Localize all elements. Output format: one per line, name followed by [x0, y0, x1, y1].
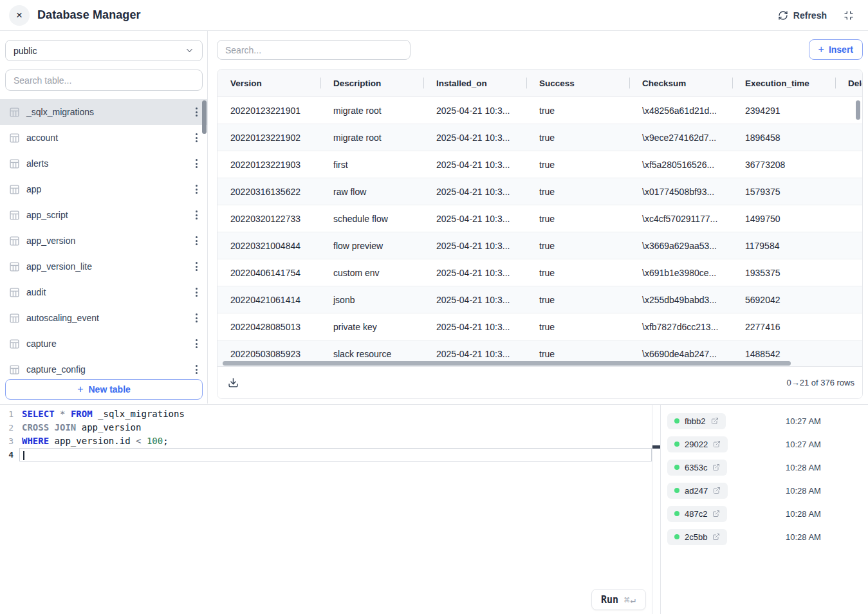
cell-checksum: \x9ece274162d7...	[629, 133, 732, 143]
cell-version: 20220428085013	[217, 322, 320, 332]
run-history-panel: fbbb2 10:27 AM 29022	[661, 405, 868, 614]
history-run-badge[interactable]: 2c5bb	[667, 529, 727, 545]
schema-select[interactable]: public	[5, 40, 203, 61]
cell-checksum: \x6690de4ab247...	[629, 349, 732, 359]
table-grid-icon	[9, 313, 20, 324]
run-id-label: 29022	[685, 440, 708, 449]
status-dot	[674, 418, 679, 423]
cell-checksum: \xc4cf570291177...	[629, 214, 732, 224]
sidebar-item-table[interactable]: app	[0, 176, 208, 202]
sidebar-item-table[interactable]: app_version_lite	[0, 254, 208, 279]
editor-scrollbar-track[interactable]	[652, 405, 661, 614]
kebab-menu-icon[interactable]	[192, 362, 201, 377]
sidebar-item-table[interactable]: capture	[0, 331, 208, 357]
text-cursor	[23, 451, 24, 460]
table-name-label: app	[26, 184, 41, 194]
external-link-icon[interactable]	[713, 440, 721, 448]
run-id-label: 487c2	[685, 509, 707, 519]
line-number: 3	[0, 434, 19, 448]
table-name-label: _sqlx_migrations	[26, 107, 94, 117]
external-link-icon[interactable]	[713, 487, 721, 494]
external-link-icon[interactable]	[712, 533, 720, 541]
column-header[interactable]: Success	[526, 79, 629, 88]
new-table-label: New table	[88, 384, 130, 395]
kebab-menu-icon[interactable]	[192, 105, 201, 119]
column-header[interactable]: Dele	[835, 79, 863, 88]
cell-description: slack resource	[320, 349, 423, 359]
table-row[interactable]: 20220123221901 migrate root 2025-04-21 1…	[217, 97, 862, 124]
cell-installed-on: 2025-04-21 10:3...	[423, 322, 526, 332]
cell-installed-on: 2025-04-21 10:3...	[423, 133, 526, 143]
table-row[interactable]: 20220321004844 flow preview 2025-04-21 1…	[217, 232, 862, 259]
close-button[interactable]: ×	[9, 5, 30, 26]
sql-editor[interactable]: 1SELECT * FROM _sqlx_migrations2CROSS JO…	[0, 405, 652, 614]
sidebar-item-table[interactable]: alerts	[0, 151, 208, 176]
new-table-button[interactable]: + New table	[5, 379, 203, 400]
search-table-input[interactable]	[5, 70, 203, 91]
column-header[interactable]: Execution_time	[732, 79, 835, 88]
table-row[interactable]: 20220320122733 schedule flow 2025-04-21 …	[217, 205, 862, 232]
insert-button[interactable]: + Insert	[809, 39, 863, 60]
sidebar-item-table[interactable]: autoscaling_event	[0, 305, 208, 331]
collapse-icon[interactable]	[844, 10, 854, 21]
sidebar-item-table[interactable]: audit	[0, 279, 208, 305]
cell-installed-on: 2025-04-21 10:3...	[423, 295, 526, 305]
chevron-down-icon	[185, 46, 194, 55]
kebab-menu-icon[interactable]	[192, 285, 201, 299]
run-button[interactable]: Run ⌘↵	[591, 589, 646, 610]
table-row[interactable]: 20220428085013 private key 2025-04-21 10…	[217, 313, 862, 340]
close-icon: ×	[16, 9, 23, 22]
column-header[interactable]: Version	[217, 79, 320, 88]
cell-success: true	[526, 322, 629, 332]
search-input[interactable]	[217, 40, 411, 60]
table-name-label: account	[26, 133, 58, 143]
sidebar-item-table[interactable]: _sqlx_migrations	[0, 99, 208, 125]
sidebar-item-table[interactable]: account	[0, 125, 208, 151]
kebab-menu-icon[interactable]	[192, 156, 201, 171]
sidebar-item-table[interactable]: app_version	[0, 228, 208, 254]
table-row[interactable]: 20220316135622 raw flow 2025-04-21 10:3.…	[217, 178, 862, 205]
table-horizontal-scrollbar[interactable]	[223, 361, 791, 366]
history-run-badge[interactable]: 6353c	[667, 460, 727, 476]
refresh-button[interactable]: Refresh	[778, 10, 827, 21]
external-link-icon[interactable]	[711, 417, 719, 425]
page-title: Database Manager	[37, 8, 141, 22]
history-run-badge[interactable]: 487c2	[667, 506, 727, 522]
table-row[interactable]: 20220406141754 custom env 2025-04-21 10:…	[217, 259, 862, 286]
sidebar-item-table[interactable]: app_script	[0, 202, 208, 228]
external-link-icon[interactable]	[712, 463, 720, 471]
history-run-badge[interactable]: 29022	[667, 436, 728, 452]
column-header[interactable]: Description	[320, 79, 423, 88]
table-row[interactable]: 20220123221903 first 2025-04-21 10:3... …	[217, 151, 862, 178]
column-header[interactable]: Checksum	[629, 79, 732, 88]
table-row[interactable]: 20220421061414 jsonb 2025-04-21 10:3... …	[217, 286, 862, 313]
sidebar-scrollbar[interactable]	[202, 100, 207, 134]
kebab-menu-icon[interactable]	[192, 208, 201, 222]
sidebar: public _sqlx_migrations	[0, 31, 208, 404]
history-run-badge[interactable]: fbbb2	[667, 413, 726, 429]
kebab-menu-icon[interactable]	[192, 234, 201, 248]
table-grid-icon	[9, 184, 20, 195]
rows-count-info: 0→21 of 376 rows	[786, 378, 854, 387]
kebab-menu-icon[interactable]	[192, 131, 201, 145]
status-dot	[674, 465, 679, 470]
history-run-badge[interactable]: ad247	[667, 483, 728, 499]
table-list: _sqlx_migrations account	[0, 99, 208, 380]
kebab-menu-icon[interactable]	[192, 259, 201, 274]
table-vertical-scrollbar[interactable]	[856, 100, 860, 120]
table-name-label: app_version	[26, 236, 75, 246]
editor-line: 4	[0, 448, 652, 461]
code-text	[19, 448, 652, 461]
kebab-menu-icon[interactable]	[192, 311, 201, 325]
external-link-icon[interactable]	[712, 510, 720, 517]
table-grid-icon	[9, 287, 20, 298]
kebab-menu-icon[interactable]	[192, 337, 201, 351]
editor-scrollbar-thumb[interactable]	[652, 445, 660, 449]
cell-success: true	[526, 268, 629, 278]
sidebar-item-table[interactable]: capture_config	[0, 357, 208, 380]
kebab-menu-icon[interactable]	[192, 182, 201, 196]
download-button[interactable]	[228, 377, 239, 388]
table-row[interactable]: 20220123221902 migrate root 2025-04-21 1…	[217, 124, 862, 151]
column-header[interactable]: Installed_on	[423, 79, 526, 88]
plus-icon: +	[77, 384, 83, 395]
